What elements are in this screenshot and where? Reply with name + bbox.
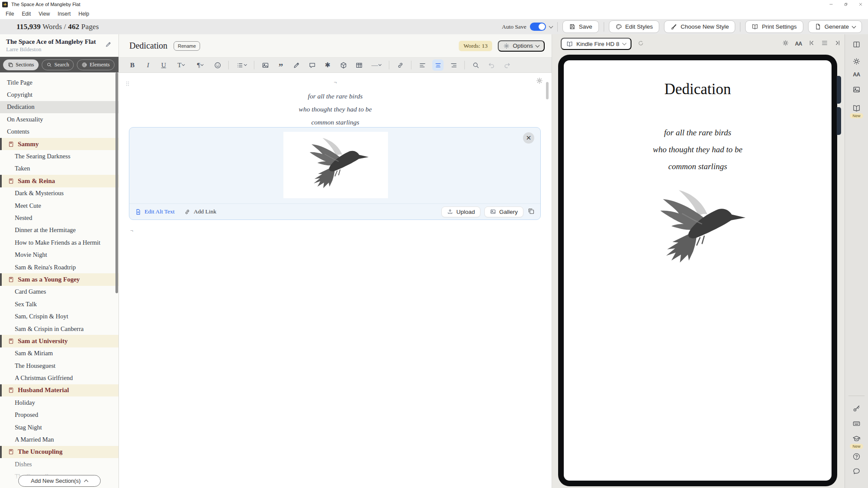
text-style-button[interactable]: T <box>174 59 188 71</box>
device-screen[interactable]: Dedication for all the rare birdswho tho… <box>564 60 832 481</box>
sidebar-item[interactable]: Proposed <box>0 409 118 421</box>
sidebar-scrollbar[interactable] <box>115 72 118 293</box>
sidebar-item[interactable]: Dedication <box>0 101 118 113</box>
sidebar-item[interactable]: Contents <box>0 126 118 138</box>
sidebar-item[interactable]: Nested <box>0 212 118 224</box>
image-block[interactable]: ✕ Edit Alt Text Add Link <box>129 127 541 220</box>
sidebar-item[interactable]: On Asexuality <box>0 113 118 125</box>
sidebar-item[interactable]: Copyright <box>0 88 118 101</box>
list-button[interactable] <box>234 59 249 71</box>
first-page-button[interactable] <box>808 39 815 48</box>
rail-chat-button[interactable] <box>845 467 868 475</box>
sidebar-item[interactable]: A Christmas Girlfriend <box>0 372 118 384</box>
dedication-bird-image[interactable] <box>283 132 388 198</box>
editor-dedication-lines[interactable]: for all the rare birdswho thought they h… <box>119 90 552 129</box>
rail-help-button[interactable] <box>845 452 868 461</box>
menu-help[interactable]: Help <box>79 11 89 17</box>
sidebar-item[interactable]: Sex Talk <box>0 298 118 310</box>
upload-button[interactable]: Upload <box>441 206 480 217</box>
rail-tutorials-button[interactable]: New <box>845 435 868 449</box>
sidebar-section-header[interactable]: Husband Material <box>0 384 118 396</box>
tab-sections[interactable]: Sections <box>3 59 39 70</box>
tab-elements[interactable]: Elements <box>77 59 115 70</box>
shape-button[interactable] <box>338 59 349 71</box>
redo-button[interactable] <box>501 59 513 71</box>
editor-content[interactable]: ¬ for all the rare birdswho thought they… <box>119 73 552 488</box>
drag-handle[interactable] <box>124 80 131 89</box>
sidebar-item[interactable]: How to Make Friends as a Hermit <box>0 236 118 249</box>
ornamental-break-button[interactable]: ✱ <box>322 59 333 71</box>
toc-button[interactable] <box>821 39 828 48</box>
device-selector[interactable]: Kindle Fire HD 8 <box>561 38 631 50</box>
sidebar-item[interactable]: Dishes <box>0 458 118 470</box>
tab-search[interactable]: Search <box>42 59 74 70</box>
sidebar-item[interactable]: Title Page <box>0 76 118 88</box>
align-center-button[interactable] <box>432 59 444 71</box>
autosave-chevron-icon[interactable] <box>549 24 553 28</box>
find-button[interactable] <box>470 59 481 71</box>
highlight-button[interactable] <box>291 59 302 71</box>
rail-book-button[interactable]: New <box>845 104 868 118</box>
sidebar-item[interactable]: Dinner at the Hermitage <box>0 224 118 236</box>
editor-scrollbar[interactable] <box>546 82 549 99</box>
duplicate-image-button[interactable] <box>527 207 535 216</box>
restore-button[interactable] <box>838 0 853 9</box>
sidebar-item[interactable]: Sam & Reina's Roadtrip <box>0 261 118 273</box>
align-right-button[interactable] <box>448 59 459 71</box>
sidebar-item[interactable]: A Married Man <box>0 433 118 445</box>
add-link-button[interactable]: Add Link <box>184 208 216 215</box>
minimize-button[interactable] <box>824 0 838 9</box>
sidebar-section-header[interactable]: Sam at University <box>0 335 118 347</box>
save-button[interactable]: Save <box>562 20 599 33</box>
add-new-section-button[interactable]: Add New Section(s) <box>18 475 101 487</box>
sidebar-section-header[interactable]: Sam as a Young Fogey <box>0 273 118 285</box>
blockquote-button[interactable]: ” <box>275 59 286 71</box>
sidebar-item[interactable]: Sam & Crispin in Canberra <box>0 323 118 335</box>
emoji-button[interactable] <box>212 59 223 71</box>
sidebar-item[interactable]: Card Games <box>0 286 118 298</box>
sidebar-item[interactable]: Movie Night <box>0 249 118 261</box>
underline-button[interactable]: U <box>158 59 169 71</box>
menu-view[interactable]: View <box>39 11 50 17</box>
edit-book-button[interactable] <box>105 41 112 49</box>
menu-edit[interactable]: Edit <box>22 11 31 17</box>
autosave-toggle[interactable] <box>530 23 546 31</box>
sidebar-item[interactable]: Sam, Crispin & Hoyt <box>0 310 118 322</box>
italic-button[interactable]: I <box>142 59 154 71</box>
insert-image-button[interactable] <box>260 59 271 71</box>
generate-button[interactable]: Generate <box>808 20 862 33</box>
rename-button[interactable]: Rename <box>174 41 201 51</box>
bold-button[interactable]: B <box>127 59 138 71</box>
options-button[interactable]: Options <box>498 40 545 52</box>
sidebar-item[interactable]: Holiday <box>0 396 118 409</box>
content-settings-button[interactable] <box>536 77 543 86</box>
print-settings-button[interactable]: Print Settings <box>745 20 803 33</box>
sidebar-item[interactable]: Sam & Miriam <box>0 347 118 360</box>
toggle-preview-button[interactable] <box>845 40 868 49</box>
comment-button[interactable] <box>306 59 318 71</box>
menu-insert[interactable]: Insert <box>58 11 71 17</box>
last-page-button[interactable] <box>834 39 841 48</box>
rail-images-button[interactable] <box>845 85 868 94</box>
menu-file[interactable]: File <box>6 11 14 17</box>
choose-new-style-button[interactable]: Choose New Style <box>664 20 735 33</box>
sidebar-section-header[interactable]: Sammy <box>0 138 118 150</box>
remove-image-button[interactable]: ✕ <box>523 132 534 144</box>
close-button[interactable] <box>853 0 868 9</box>
sidebar-item[interactable]: The Searing Darkness <box>0 150 118 162</box>
rail-font-size-button[interactable]: AA <box>845 72 868 78</box>
gallery-button[interactable]: Gallery <box>484 206 523 217</box>
paragraph-style-button[interactable]: ¶ <box>193 59 207 71</box>
font-size-button[interactable]: AA <box>795 41 802 47</box>
brightness-button[interactable] <box>782 39 789 48</box>
undo-button[interactable] <box>486 59 497 71</box>
rail-key-button[interactable] <box>845 404 868 413</box>
sidebar-section-header[interactable]: Sam & Reina <box>0 175 118 187</box>
sidebar-section-header[interactable]: The Uncoupling <box>0 446 118 458</box>
sidebar-item[interactable]: The Houseguest <box>0 360 118 372</box>
sidebar-item[interactable]: Dark & Mysterious <box>0 187 118 200</box>
sidebar-item[interactable]: Taken <box>0 163 118 175</box>
horizontal-rule-button[interactable]: — <box>369 59 384 71</box>
rail-brightness-button[interactable] <box>845 57 868 66</box>
align-left-button[interactable] <box>417 59 428 71</box>
